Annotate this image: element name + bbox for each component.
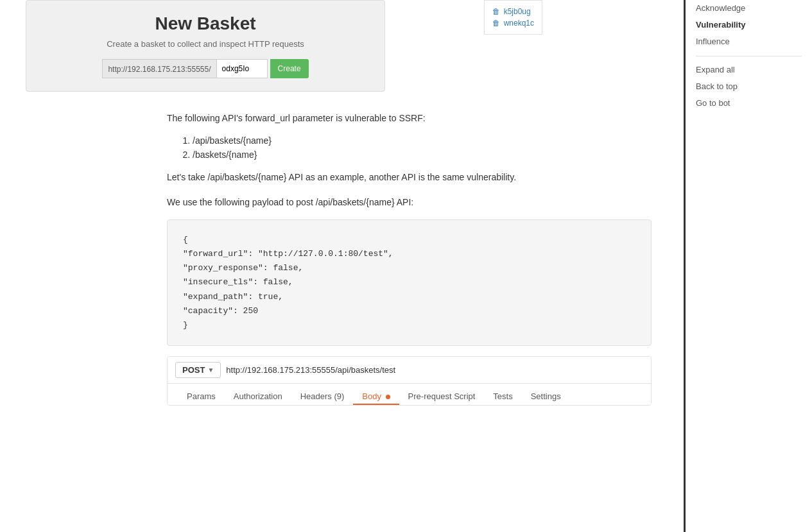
sidebar-item-vulnerability[interactable]: Vulnerability <box>696 17 802 33</box>
basket-name-input[interactable] <box>216 59 268 78</box>
sidebar-item-acknowledge[interactable]: Acknowledge <box>696 0 802 17</box>
code-line-3: "proxy_response": false, <box>183 261 635 275</box>
method-dropdown[interactable]: POST ▼ <box>175 362 221 378</box>
user-icon-2: 🗑 <box>492 19 500 28</box>
user-icon-1: 🗑 <box>492 7 500 16</box>
user-row-2[interactable]: 🗑 wnekq1c <box>492 17 534 29</box>
request-tabs: Params Authorization Headers (9) Body Pr… <box>168 384 651 405</box>
code-line-6: "capacity": 250 <box>183 304 635 318</box>
right-sidebar: Acknowledge Vulnerability Influence Expa… <box>684 0 812 532</box>
tab-pre-request[interactable]: Pre-request Script <box>399 388 485 405</box>
username-2: wnekq1c <box>504 19 534 28</box>
request-url-row: POST ▼ http://192.168.175.213:55555/api/… <box>168 357 651 384</box>
code-line-4: "insecure_tls": false, <box>183 275 635 289</box>
method-label: POST <box>182 365 205 375</box>
basket-screenshot: New Basket Create a basket to collect an… <box>26 0 385 92</box>
request-url-text: http://192.168.175.213:55555/api/baskets… <box>226 365 395 375</box>
body-dot-indicator <box>386 395 390 399</box>
sidebar-item-influence[interactable]: Influence <box>696 33 802 50</box>
tab-params[interactable]: Params <box>178 388 225 405</box>
basket-form: http://192.168.175.213:55555/ Create <box>39 59 372 78</box>
list-item-1: /api/baskets/{name} <box>193 135 652 146</box>
sidebar-divider <box>696 56 802 56</box>
tab-tests[interactable]: Tests <box>484 388 521 405</box>
sidebar-item-expand-all[interactable]: Expand all <box>696 62 802 78</box>
basket-create-button[interactable]: Create <box>270 59 309 78</box>
paragraph-3: We use the following payload to post /ap… <box>167 195 652 209</box>
list-item-2: /baskets/{name} <box>193 150 652 160</box>
code-line-1: { <box>183 233 635 247</box>
code-line-7: } <box>183 318 635 332</box>
tab-body[interactable]: Body <box>353 388 399 405</box>
paragraph-1: The following API's forward_url paramete… <box>167 111 652 125</box>
users-panel: 🗑 k5jb0ug 🗑 wnekq1c <box>484 0 542 35</box>
tab-headers[interactable]: Headers (9) <box>291 388 354 405</box>
sidebar-item-go-to-bot[interactable]: Go to bot <box>696 95 802 112</box>
basket-title: New Basket <box>39 13 372 34</box>
paragraph-2: Let's take /api/baskets/{name} API as an… <box>167 170 652 184</box>
chevron-down-icon: ▼ <box>207 366 214 373</box>
tab-settings[interactable]: Settings <box>522 388 570 405</box>
request-bar: POST ▼ http://192.168.175.213:55555/api/… <box>167 356 652 406</box>
sidebar-item-back-to-top[interactable]: Back to top <box>696 78 802 95</box>
api-list: /api/baskets/{name} /baskets/{name} <box>193 135 652 160</box>
code-block: { "forward_url": "http://127.0.0.1:80/te… <box>167 219 652 346</box>
basket-url-prefix: http://192.168.175.213:55555/ <box>102 59 216 78</box>
code-line-5: "expand_path": true, <box>183 290 635 304</box>
tab-authorization[interactable]: Authorization <box>225 388 291 405</box>
code-line-2: "forward_url": "http://127.0.0.1:80/test… <box>183 247 635 261</box>
basket-subtitle: Create a basket to collect and inspect H… <box>39 39 372 49</box>
username-1: k5jb0ug <box>504 7 531 16</box>
content-area: The following API's forward_url paramete… <box>0 98 684 418</box>
user-row-1[interactable]: 🗑 k5jb0ug <box>492 6 534 17</box>
